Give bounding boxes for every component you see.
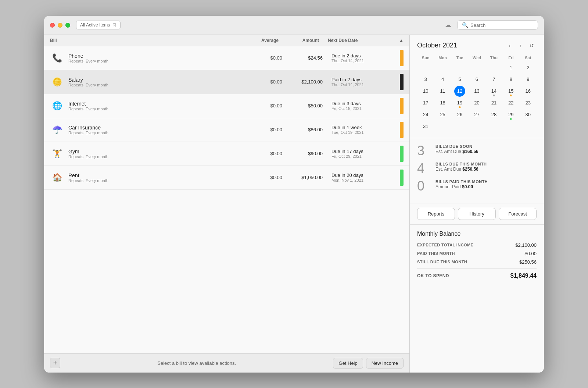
stat-number-paid-month: 0 <box>417 179 435 193</box>
stat-info-due-month: BILLS DUE THIS MONTH Est. Amt Due $250.5… <box>435 162 537 172</box>
cal-day-13[interactable]: 13 <box>471 86 482 97</box>
cal-day-7[interactable]: 7 <box>488 74 499 85</box>
forecast-button[interactable]: Forecast <box>499 208 537 220</box>
cal-day-20[interactable]: 20 <box>471 97 482 108</box>
balance-row-paid: PAID THIS MONTH $0.00 <box>417 251 537 256</box>
bill-row-internet[interactable]: 🌐 Internet Repeats: Every month $0.00 $5… <box>44 94 409 118</box>
bill-icon-phone: 📞 <box>50 51 64 65</box>
cal-day-29[interactable]: 29 <box>505 109 516 120</box>
cal-day-21[interactable]: 21 <box>488 97 499 108</box>
stat-row-due-soon: 3 BILLS DUE SOON Est. Amt Due $160.56 <box>417 144 537 157</box>
stat-label-due-soon: BILLS DUE SOON <box>435 144 537 149</box>
calendar-weeks: 1 2 3 4 5 6 7 8 9 <box>417 62 537 132</box>
stat-info-due-soon: BILLS DUE SOON Est. Amt Due $160.56 <box>435 144 537 154</box>
bill-row-rent[interactable]: 🏠 Rent Repeats: Every month $0.00 $1,050… <box>44 166 409 190</box>
calendar-section: October 2021 ‹ › ↺ Sun Mon Tue Wed Thu F… <box>410 35 544 138</box>
bill-avg-gym: $0.00 <box>249 151 282 156</box>
calendar-week-5: 24 25 26 27 28 29 30 <box>417 109 537 120</box>
bill-amount-car-insurance: $86.00 <box>282 127 323 132</box>
calendar-prev-button[interactable]: ‹ <box>505 41 514 50</box>
bill-repeat-car-insurance: Repeats: Every month <box>68 131 249 135</box>
stat-info-paid-month: BILLS PAID THIS MONTH Amount Paid $0.00 <box>435 179 537 189</box>
cal-day-12-today[interactable]: 12 <box>454 86 465 97</box>
cal-day-16[interactable]: 16 <box>523 86 534 97</box>
bill-bar-car-insurance <box>400 122 404 138</box>
cal-day-25[interactable]: 25 <box>437 109 448 120</box>
calendar-days-header: Sun Mon Tue Wed Thu Fri Sat <box>417 55 537 61</box>
bill-bar-internet <box>400 98 404 114</box>
balance-section: Monthly Balance EXPECTED TOTAL INCOME $2… <box>410 225 544 373</box>
calendar-header: October 2021 ‹ › ↺ <box>417 41 537 50</box>
cal-day-18[interactable]: 18 <box>437 97 448 108</box>
get-help-button[interactable]: Get Help <box>333 358 363 369</box>
cal-day-3[interactable]: 3 <box>420 74 431 85</box>
calendar-next-button[interactable]: › <box>516 41 526 50</box>
reports-button[interactable]: Reports <box>417 208 455 220</box>
maximize-button[interactable] <box>65 23 70 28</box>
cal-day-2[interactable]: 2 <box>523 62 534 73</box>
calendar-week-1: 1 2 <box>417 62 537 73</box>
cal-day-4[interactable]: 4 <box>437 74 448 85</box>
bill-repeat-internet: Repeats: Every month <box>68 107 249 111</box>
new-income-button[interactable]: New Income <box>366 358 404 369</box>
cal-day-15[interactable]: 15 <box>505 86 516 97</box>
cal-day-24[interactable]: 24 <box>420 109 431 120</box>
cal-day-empty <box>437 62 448 73</box>
cal-day-5[interactable]: 5 <box>454 74 465 85</box>
bill-row-salary[interactable]: 🪙 Salary Repeats: Every month $0.00 $2,1… <box>44 70 409 94</box>
bill-avg-rent: $0.00 <box>249 175 282 180</box>
bill-repeat-gym: Repeats: Every month <box>68 154 249 159</box>
bill-bar-phone <box>400 50 404 66</box>
cal-day-26[interactable]: 26 <box>454 109 465 120</box>
cal-day-28[interactable]: 28 <box>488 109 499 120</box>
cal-day-27[interactable]: 27 <box>471 109 482 120</box>
column-next-due: Next Due Date <box>319 38 392 43</box>
cal-day-6[interactable]: 6 <box>471 74 482 85</box>
cal-day-17[interactable]: 17 <box>420 97 431 108</box>
cal-day-empty <box>454 121 465 132</box>
bill-icon-rent: 🏠 <box>50 171 64 185</box>
traffic-lights <box>50 23 70 28</box>
search-icon: 🔍 <box>462 22 468 28</box>
balance-label-income: EXPECTED TOTAL INCOME <box>417 243 473 247</box>
ok-to-spend-label: OK TO SPEND <box>417 273 449 278</box>
bill-amount-internet: $50.00 <box>282 103 323 108</box>
cal-day-10[interactable]: 10 <box>420 86 431 97</box>
calendar-today-button[interactable]: ↺ <box>527 41 537 50</box>
cal-day-9[interactable]: 9 <box>523 74 534 85</box>
bill-row-phone[interactable]: 📞 Phone Repeats: Every month $0.00 $24.5… <box>44 46 409 70</box>
add-bill-button[interactable]: + <box>50 358 60 368</box>
cal-day-31[interactable]: 31 <box>420 121 431 132</box>
bottom-bar: + Select a bill to view available action… <box>44 353 409 373</box>
cloud-icon: ☁ <box>445 21 451 29</box>
stat-detail-due-month: Est. Amt Due $250.56 <box>435 167 537 172</box>
cal-day-empty <box>523 121 534 132</box>
bill-due-internet: Due in 3 days Fri, Oct 15, 2021 <box>323 101 396 111</box>
bill-name-rent: Rent <box>68 172 249 178</box>
calendar-title: October 2021 <box>417 42 505 49</box>
bill-due-rent: Due in 20 days Mon, Nov 1, 2021 <box>323 172 396 182</box>
cal-day-22[interactable]: 22 <box>505 97 516 108</box>
history-button[interactable]: History <box>458 208 496 220</box>
bill-row-gym[interactable]: 🏋️ Gym Repeats: Every month $0.00 $90.00… <box>44 142 409 166</box>
cal-day-8[interactable]: 8 <box>505 74 516 85</box>
cal-day-19[interactable]: 19 <box>454 97 465 108</box>
calendar-week-2: 3 4 5 6 7 8 9 <box>417 74 537 85</box>
cal-day-23[interactable]: 23 <box>523 97 534 108</box>
cal-day-30[interactable]: 30 <box>523 109 534 120</box>
search-input[interactable] <box>470 22 533 28</box>
cal-day-14[interactable]: 14 <box>488 86 499 97</box>
cal-day-empty <box>454 62 465 73</box>
cal-day-1[interactable]: 1 <box>505 62 516 73</box>
cal-day-empty <box>471 121 482 132</box>
bill-row-car-insurance[interactable]: ☂️ Car Insurance Repeats: Every month $0… <box>44 118 409 142</box>
bill-name-internet: Internet <box>68 101 249 107</box>
minimize-button[interactable] <box>58 23 62 28</box>
close-button[interactable] <box>50 23 55 28</box>
bill-avg-phone: $0.00 <box>249 55 282 61</box>
sort-icon[interactable]: ▲ <box>392 38 404 43</box>
filter-dropdown[interactable]: All Active Items ⇅ <box>76 21 121 29</box>
cal-day-11[interactable]: 11 <box>437 86 448 97</box>
cal-day-empty <box>488 62 499 73</box>
bill-name-gym: Gym <box>68 149 249 154</box>
